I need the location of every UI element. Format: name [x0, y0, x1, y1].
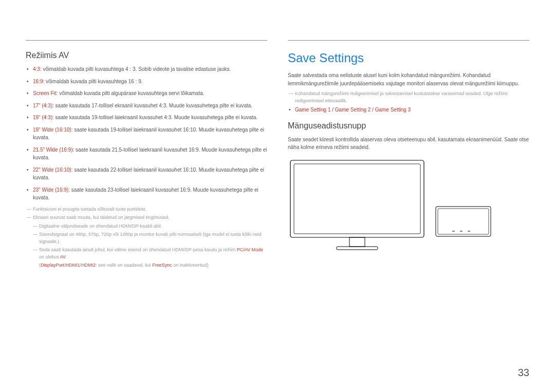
right-heading: Save Settings: [288, 51, 529, 65]
svg-rect-3: [337, 247, 378, 250]
svg-rect-4: [436, 207, 491, 236]
left-heading: Režiimis AV: [26, 51, 267, 60]
game-settings-list: Game Setting 1 / Game Setting 2 / Game S…: [288, 106, 529, 114]
list-item: 23" Wide (16:9): saate kasutada 23-tolli…: [33, 186, 267, 202]
list-item: 17" (4:3): saate kasutada 17-tollisel ek…: [33, 102, 267, 110]
button-description: Saate seadet kiiresti kontrollida alaser…: [288, 136, 529, 152]
svg-rect-2: [349, 237, 365, 247]
footnotes: ―Funktsiooni ei pruugita toetada sõltuva…: [26, 206, 267, 269]
page-number: 33: [518, 367, 529, 379]
list-item: Game Setting 1 / Game Setting 2 / Game S…: [295, 106, 529, 114]
save-note: ―Kohandatud mängurežiimi redigeerimisel …: [288, 90, 529, 104]
monitor-icon: [288, 158, 493, 255]
monitor-illustration: [288, 158, 529, 257]
mode-list: 4:3: võimaldab kuvada pilti kuvasuhtega …: [26, 65, 267, 202]
list-item: 4:3: võimaldab kuvada pilti kuvasuhtega …: [33, 65, 267, 73]
sub-heading: Mänguseadistusnupp: [288, 121, 529, 130]
svg-rect-0: [290, 160, 424, 237]
list-item: 21.5" Wide (16:9): saate kasutada 21,5-t…: [33, 146, 267, 162]
list-item: 19" (4:3): saate kasutada 19-tollisel la…: [33, 114, 267, 122]
list-item: Screen Fit: võimaldab kuvada pilti algup…: [33, 89, 267, 98]
right-column: Save Settings Saate salvestada oma eelis…: [288, 40, 529, 377]
left-column: Režiimis AV 4:3: võimaldab kuvada pilti …: [26, 40, 267, 377]
list-item: 16:9: võimaldab kuvada pilti kuvasuhtega…: [33, 78, 267, 86]
list-item: 22" Wide (16:10): saate kasutada 22-toll…: [33, 166, 267, 182]
list-item: 19" Wide (16:10): saate kasutada 19-toll…: [33, 126, 267, 142]
save-description: Saate salvestada oma eelistuste alusel k…: [288, 71, 529, 87]
svg-rect-1: [294, 164, 420, 234]
